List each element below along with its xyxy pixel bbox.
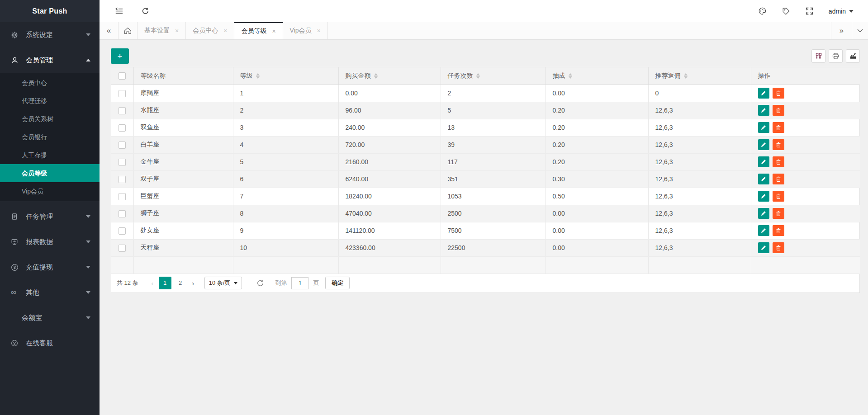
sidebar-item-online-service[interactable]: 在线客服 [0, 330, 100, 356]
edit-button[interactable] [758, 105, 769, 116]
sort-icon[interactable] [569, 73, 572, 79]
delete-button[interactable] [773, 156, 784, 167]
refresh-icon[interactable] [142, 7, 149, 15]
delete-button[interactable] [773, 208, 784, 219]
page-unit-label: 页 [313, 279, 319, 287]
sidebar-item-report-data[interactable]: 报表数据 [0, 229, 100, 255]
close-icon[interactable]: × [317, 27, 321, 34]
sidebar-item-recharge-withdraw[interactable]: 充值提现 [0, 255, 100, 280]
sidebar-item-system-settings[interactable]: 系统设定 [0, 22, 100, 47]
tabs-scroll-left-icon[interactable]: « [100, 22, 119, 39]
cell-level: 10 [233, 239, 338, 256]
edit-button[interactable] [758, 225, 769, 236]
edit-button[interactable] [758, 242, 769, 253]
confirm-button[interactable]: 确定 [325, 277, 350, 289]
select-all-checkbox[interactable] [119, 72, 126, 80]
goto-page-input[interactable] [291, 277, 308, 289]
edit-button[interactable] [758, 208, 769, 219]
home-icon[interactable] [119, 22, 138, 39]
row-checkbox[interactable] [119, 107, 126, 114]
sort-icon[interactable] [256, 73, 260, 79]
empty-row [111, 256, 860, 274]
delete-button[interactable] [773, 122, 784, 133]
sidebar-item-vip-member[interactable]: Vip会员 [0, 182, 100, 200]
cell-level: 7 [233, 188, 338, 205]
sidebar-item-task-management[interactable]: 任务管理 [0, 204, 100, 229]
page-size-select[interactable]: 10 条/页 [204, 277, 242, 289]
sidebar-item-member-center[interactable]: 会员中心 [0, 74, 100, 92]
infinity-icon: ∞ [11, 288, 23, 297]
sidebar-item-member-management[interactable]: 会员管理 [0, 47, 100, 73]
column-header-level[interactable]: 等级 [233, 67, 338, 85]
column-header-actions: 操作 [751, 67, 860, 85]
row-checkbox[interactable] [119, 210, 126, 217]
fullscreen-icon[interactable] [806, 7, 813, 15]
sort-icon[interactable] [374, 73, 378, 79]
delete-button[interactable] [773, 242, 784, 253]
row-checkbox[interactable] [119, 159, 126, 166]
sidebar-item-other[interactable]: ∞ 其他 [0, 280, 100, 305]
collapse-sidebar-icon[interactable] [115, 7, 123, 15]
edit-button[interactable] [758, 122, 769, 133]
delete-button[interactable] [773, 225, 784, 236]
delete-button[interactable] [773, 174, 784, 184]
column-header-commission[interactable]: 抽成 [545, 67, 648, 85]
row-checkbox[interactable] [119, 227, 126, 235]
sidebar-item-member-tree[interactable]: 会员关系树 [0, 110, 100, 128]
sort-icon[interactable] [684, 73, 688, 79]
delete-button[interactable] [773, 191, 784, 202]
row-checkbox[interactable] [119, 141, 126, 149]
row-checkbox[interactable] [119, 245, 126, 252]
print-icon[interactable] [829, 49, 843, 63]
cell-amount: 18240.00 [338, 188, 441, 205]
cell-level-name: 天秤座 [133, 239, 233, 256]
delete-button[interactable] [773, 139, 784, 150]
theme-palette-icon[interactable] [758, 7, 767, 15]
edit-button[interactable] [758, 191, 769, 202]
sort-icon[interactable] [476, 73, 480, 79]
next-page-icon[interactable]: › [188, 279, 198, 287]
export-icon[interactable] [846, 49, 860, 63]
pagination-refresh-icon[interactable] [256, 279, 264, 287]
sidebar-item-agent-migration[interactable]: 代理迁移 [0, 92, 100, 110]
add-record-button[interactable]: + [111, 48, 129, 64]
delete-button[interactable] [773, 88, 784, 99]
sidebar-item-yuebao[interactable]: 余额宝 [0, 305, 100, 330]
user-menu[interactable]: admin [829, 8, 854, 15]
close-icon[interactable]: × [272, 28, 275, 35]
row-checkbox[interactable] [119, 124, 126, 132]
tabs-scroll-right-icon[interactable]: » [831, 22, 852, 39]
column-settings-icon[interactable] [811, 49, 825, 63]
delete-button[interactable] [773, 105, 784, 116]
tag-icon[interactable] [782, 7, 790, 15]
sidebar-item-member-bank[interactable]: 会员银行 [0, 128, 100, 146]
column-header-tasks[interactable]: 任务次数 [441, 67, 545, 85]
tab-basic-settings[interactable]: 基本设置 × [138, 22, 186, 39]
column-header-referral[interactable]: 推荐返佣 [648, 67, 751, 85]
chevron-down-icon [86, 241, 90, 243]
prev-page-icon[interactable]: ‹ [147, 279, 157, 287]
page-button-2[interactable]: 2 [174, 277, 187, 289]
row-checkbox[interactable] [119, 90, 126, 97]
cell-level-name: 水瓶座 [133, 102, 233, 119]
tab-vip-member[interactable]: Vip会员 × [283, 22, 328, 39]
column-header-amount[interactable]: 购买金额 [338, 67, 441, 85]
table-toolbar: + [111, 48, 860, 64]
sidebar-item-manual-deposit[interactable]: 人工存提 [0, 146, 100, 164]
sidebar: Star Push 系统设定 会员管理 会员中心 代理迁移 会 [0, 0, 100, 415]
page-button-1[interactable]: 1 [159, 277, 171, 289]
close-icon[interactable]: × [175, 27, 179, 34]
cell-level: 1 [233, 85, 338, 102]
edit-button[interactable] [758, 174, 769, 184]
sidebar-item-member-level[interactable]: 会员等级 [0, 164, 100, 182]
edit-button[interactable] [758, 139, 769, 150]
row-checkbox[interactable] [119, 176, 126, 183]
tab-member-level[interactable]: 会员等级 × [234, 22, 283, 39]
tab-member-center[interactable]: 会员中心 × [186, 22, 234, 39]
cell-level: 5 [233, 153, 338, 170]
row-checkbox[interactable] [119, 193, 126, 200]
tabs-menu-chevron-icon[interactable] [852, 22, 868, 39]
edit-button[interactable] [758, 156, 769, 167]
edit-button[interactable] [758, 88, 769, 99]
close-icon[interactable]: × [223, 27, 227, 34]
